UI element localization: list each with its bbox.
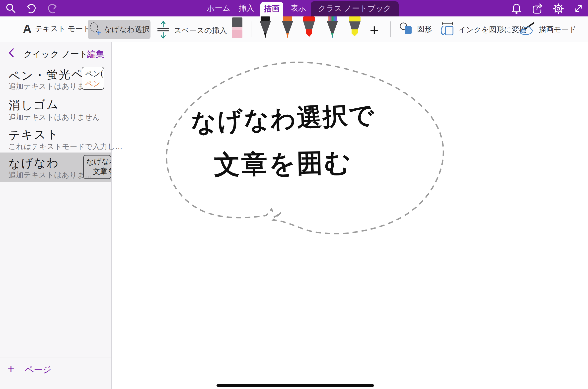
- page-list-item-text[interactable]: テキスト これはテキストモードで入力し…: [0, 124, 111, 153]
- sidebar-header: クイック ノート 編集: [0, 42, 111, 63]
- search-icon[interactable]: [5, 3, 16, 13]
- add-page-label: ページ: [25, 364, 52, 376]
- add-page-button[interactable]: + ページ: [0, 360, 111, 378]
- tab-draw-active[interactable]: 描画: [260, 2, 283, 16]
- settings-gear-icon[interactable]: [553, 3, 564, 14]
- share-icon[interactable]: [532, 3, 543, 14]
- page-thumbnail: ペン( ペン: [82, 67, 104, 90]
- lasso-icon: [89, 21, 102, 38]
- ink-to-shape-icon: [439, 21, 455, 39]
- highlighter-yellow[interactable]: [348, 16, 362, 40]
- pen-black[interactable]: [258, 16, 272, 40]
- page-subtitle: 追加テキストはありま…: [8, 81, 92, 91]
- page-thumbnail: なげなわ 文章を: [83, 155, 111, 179]
- page-list-item-pen[interactable]: ペン・蛍光ペン 追加テキストはありま… ペン( ペン: [0, 64, 111, 94]
- tab-home[interactable]: ホーム: [207, 0, 230, 16]
- text-mode-button[interactable]: A テキスト モード: [23, 22, 90, 36]
- top-app-bar: ホーム 挿入 描画 表示 クラス ノートブック: [0, 0, 588, 16]
- page-title-ink: テキスト: [8, 126, 60, 143]
- fullscreen-expand-icon[interactable]: [573, 3, 584, 14]
- page-subtitle: 追加テキストはありません: [8, 112, 100, 122]
- shapes-label: 図形: [417, 24, 432, 34]
- text-mode-icon: A: [23, 22, 32, 36]
- tab-insert[interactable]: 挿入: [239, 0, 254, 16]
- notifications-bell-icon[interactable]: [511, 3, 522, 14]
- draw-mode-hand-pen-icon: [519, 21, 535, 38]
- ink-to-shape-label: インクを図形に変換: [458, 25, 527, 35]
- page-subtitle: 追加テキストはありま…: [8, 170, 92, 180]
- pen-rainbow[interactable]: [325, 16, 339, 40]
- tab-view[interactable]: 表示: [291, 0, 306, 16]
- toolbar-divider: [251, 21, 251, 37]
- toolbar-divider: [390, 21, 391, 37]
- eraser-tool[interactable]: [232, 17, 243, 40]
- ink-to-shape-button[interactable]: インクを図形に変換: [439, 21, 527, 39]
- draw-mode-button[interactable]: 描画モード: [519, 21, 576, 38]
- add-pen-button[interactable]: +: [370, 21, 379, 39]
- edit-button[interactable]: 編集: [87, 48, 104, 60]
- redo-icon[interactable]: [47, 3, 59, 14]
- plus-icon: +: [7, 362, 14, 376]
- page-list-sidebar: クイック ノート 編集 ペン・蛍光ペン 追加テキストはありま… ペン( ペン 消…: [0, 42, 112, 389]
- insert-space-label: スペースの挿入: [174, 25, 227, 36]
- page-list-item-eraser[interactable]: 消しゴム 追加テキストはありません: [0, 94, 111, 124]
- sidebar-divider: [0, 358, 111, 358]
- undo-icon[interactable]: [25, 3, 36, 14]
- lasso-select-button[interactable]: なげなわ選択: [88, 20, 150, 39]
- highlighter-red[interactable]: [302, 16, 316, 40]
- note-canvas[interactable]: なげなわ選択で 文章を囲む: [112, 42, 588, 389]
- draw-mode-label: 描画モード: [539, 24, 576, 35]
- page-list-item-lasso-selected[interactable]: なげなわ 追加テキストはありま… なげなわ 文章を: [0, 153, 111, 182]
- page-title-ink: 消しゴム: [8, 96, 59, 113]
- insert-space-icon: [156, 20, 170, 41]
- draw-ribbon-toolbar: A テキスト モード なげなわ選択 スペースの挿入: [0, 16, 588, 42]
- insert-space-button[interactable]: スペースの挿入: [156, 20, 227, 41]
- toolbar-divider: [226, 21, 226, 37]
- text-mode-label: テキスト モード: [35, 24, 91, 34]
- tab-class-notebook[interactable]: クラス ノートブック: [311, 1, 399, 16]
- shapes-button[interactable]: 図形: [399, 21, 432, 37]
- lasso-label: なげなわ選択: [104, 24, 150, 35]
- page-title-ink: なげなわ: [8, 155, 60, 171]
- page-subtitle: これはテキストモードで入力し…: [8, 142, 123, 152]
- handwritten-ink-line-2: 文章を囲む: [214, 145, 353, 183]
- pen-orange[interactable]: [281, 16, 294, 40]
- shapes-icon: [399, 21, 414, 37]
- home-indicator-bar[interactable]: [217, 384, 374, 387]
